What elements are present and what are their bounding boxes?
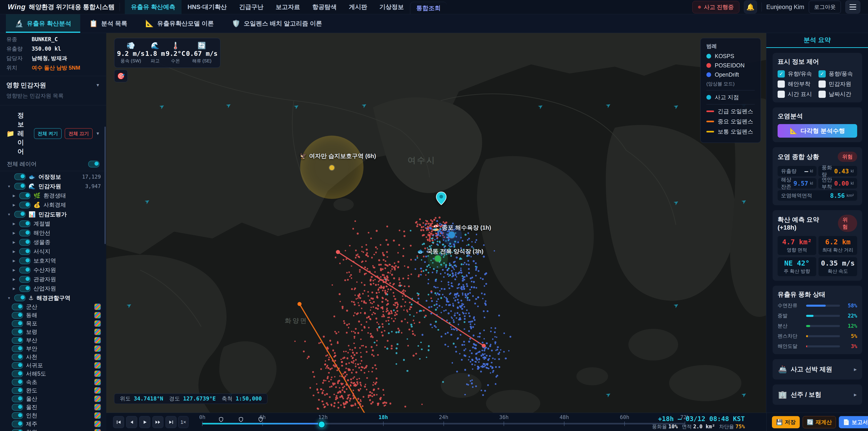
layer-toggle[interactable] [12,379,23,386]
layer-toggle[interactable] [12,404,23,411]
layer-style-button[interactable] [94,412,101,419]
checkbox-풍향/풍속[interactable]: ✓풍향/풍속 [818,70,857,78]
layer-style-button[interactable] [94,312,101,318]
layer-toggle[interactable] [12,354,23,361]
layer-style-button[interactable] [94,429,101,431]
skip-start-button[interactable] [113,416,124,428]
layer-toggle[interactable] [12,421,23,427]
protected-area-marker[interactable] [329,165,334,170]
fold-header[interactable]: 🏢선주 / 보험▶ [778,389,857,400]
step-back-button[interactable] [126,416,137,428]
chevron-right-icon[interactable]: ▶ [12,286,16,291]
layer-style-button[interactable] [94,421,101,427]
subtab-유출유확산모델 이론[interactable]: 📐유출유확산모델 이론 [136,14,223,33]
layer-toggle[interactable] [12,345,23,352]
incident-pin-icon[interactable] [436,191,447,206]
beach-marker[interactable] [448,232,455,238]
skip-end-button[interactable] [165,416,177,428]
layer-style-button[interactable] [94,404,101,410]
sensitive-resources-section[interactable]: 영향 민감자원 ▼ [0,80,106,91]
layer-toggle[interactable] [19,220,31,227]
polygon-analysis-button[interactable]: 📐 다각형 분석수행 [778,124,857,137]
chevron-down-icon[interactable]: ▼ [7,184,11,188]
layer-toggle[interactable] [19,239,31,246]
layer-style-button[interactable] [94,345,101,352]
subtab-분석 목록[interactable]: 📋분석 목록 [80,14,136,33]
checkbox-유향/유속[interactable]: ✓유향/유속 [778,70,816,78]
nav-tab-통합조회[interactable]: 통합조회 [410,2,447,14]
checkbox-민감자원[interactable]: 민감자원 [818,80,857,88]
logout-button[interactable]: 로그아웃 [809,1,841,13]
chevron-right-icon[interactable]: ▶ [12,249,16,254]
layer-toggle[interactable] [19,192,31,199]
보고서-button[interactable]: 📄보고서 [839,416,868,428]
chevron-down-icon[interactable]: ▼ [7,212,11,216]
layer-toggle[interactable] [14,295,26,301]
checkbox-해안부착[interactable]: 해안부착 [778,80,816,88]
checkbox-시간 표시[interactable]: 시간 표시 [778,90,816,98]
layer-style-button[interactable] [94,354,101,360]
재계산-button[interactable]: 🔄재계산 [803,416,836,428]
layers-all-off-button[interactable]: 전체 끄기 [65,128,93,139]
locate-incident-button[interactable]: 🎯 [114,70,128,82]
layer-toggle[interactable] [12,412,23,419]
fence-deploy-marker-icon[interactable] [258,417,263,423]
farm-marker[interactable] [435,255,441,262]
fast-forward-button[interactable] [152,416,163,428]
fence-deploy-marker-icon[interactable] [219,417,223,423]
layer-toggle[interactable] [14,211,26,218]
nav-tab-항공탐색[interactable]: 항공탐색 [306,0,343,14]
layer-toggle[interactable] [12,312,23,319]
timeline-handle[interactable] [318,421,325,428]
layers-all-on-button[interactable]: 전체 켜기 [34,128,62,139]
layer-toggle[interactable] [19,276,31,283]
fold-header[interactable]: 🚢사고 선박 제원▶ [778,364,857,375]
layer-toggle[interactable] [12,429,23,431]
layer-toggle[interactable] [12,329,23,335]
menu-button[interactable] [845,0,860,13]
layer-style-button[interactable] [94,362,101,369]
layer-toggle[interactable] [14,173,26,180]
nav-tab-긴급구난[interactable]: 긴급구난 [233,0,270,14]
nav-tab-유출유 확산예측[interactable]: 유출유 확산예측 [125,0,182,14]
layer-style-button[interactable] [94,396,101,402]
sidebar-scrollbar[interactable] [104,127,106,244]
layer-toggle[interactable] [19,229,31,237]
layer-toggle[interactable] [19,248,31,255]
chevron-right-icon[interactable]: ▶ [12,277,16,281]
chevron-right-icon[interactable]: ▶ [12,203,16,207]
layer-toggle[interactable] [12,370,23,377]
layer-style-button[interactable] [94,329,101,335]
layer-toggle[interactable] [12,320,23,327]
nav-tab-보고자료[interactable]: 보고자료 [270,0,306,14]
playback-speed-button[interactable]: 1× [178,416,188,428]
subtab-유출유 확산분석[interactable]: 🔬유출유 확산분석 [6,14,80,33]
layer-style-button[interactable] [94,379,101,386]
layer-toggle[interactable] [19,267,31,274]
layer-style-button[interactable] [94,320,101,327]
layer-toggle[interactable] [12,304,23,310]
map-area[interactable]: 여수시화양면 ➤➤➤➤➤➤➤➤➤➤➤➤➤➤➤➤ 🦅여자만 습지보호구역 (6h)… [106,33,766,413]
play-button[interactable] [139,416,150,428]
layer-toggle[interactable] [19,202,31,208]
nav-tab-HNS·대기확산[interactable]: HNS·대기확산 [182,0,233,14]
chevron-right-icon[interactable]: ▶ [12,231,16,235]
layer-toggle[interactable] [12,362,23,369]
layer-style-button[interactable] [94,387,101,394]
layer-toggle[interactable] [12,337,23,344]
chevron-right-icon[interactable]: ▶ [12,259,16,263]
nav-tab-기상정보[interactable]: 기상정보 [373,0,410,14]
layer-toggle[interactable] [19,285,31,292]
subtab-오일펜스 배치 알고리즘 이론[interactable]: 🛡️오일펜스 배치 알고리즘 이론 [223,14,331,33]
chevron-right-icon[interactable]: ▶ [12,222,16,226]
fence-deploy-marker-icon[interactable] [239,417,243,423]
layer-toggle[interactable] [19,257,31,264]
layer-toggle[interactable] [12,396,23,402]
checkbox-날짜시간[interactable]: 날짜시간 [818,90,857,98]
layer-toggle[interactable] [12,387,23,394]
chevron-down-icon[interactable]: ▼ [7,296,11,300]
layer-style-button[interactable] [94,370,101,377]
layer-style-button[interactable] [94,337,101,343]
layer-style-button[interactable] [94,304,101,310]
notifications-button[interactable]: 🔔 [744,0,757,13]
